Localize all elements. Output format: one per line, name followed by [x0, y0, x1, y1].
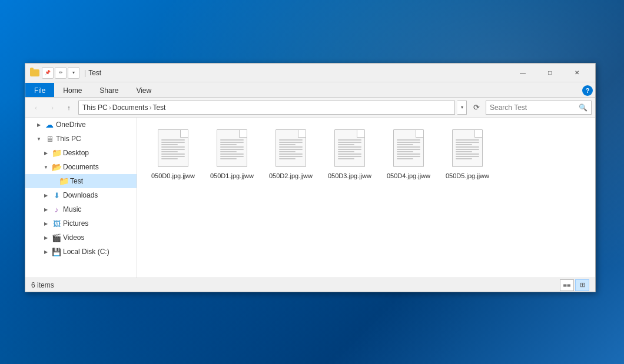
- onedrive-icon: ☁: [45, 120, 54, 129]
- sidebar-label-downloads: Downloads: [63, 191, 98, 199]
- search-box: 🔍: [486, 101, 592, 115]
- breadcrumb-thispc[interactable]: This PC: [82, 103, 108, 112]
- address-bar: ‹ › ↑ This PC › Documents › Test ▾ ⟳ 🔍: [25, 98, 595, 118]
- title-bar: 📌 ✏ ▾ | Test — □ ✕: [25, 64, 595, 82]
- window-controls: — □ ✕: [509, 64, 590, 82]
- minimize-button[interactable]: —: [509, 64, 536, 82]
- downloads-icon: ⬇: [52, 191, 61, 200]
- pictures-icon: 🖼: [52, 219, 61, 228]
- sidebar-item-pictures[interactable]: ▶ 🖼 Pictures: [25, 216, 137, 231]
- tab-home[interactable]: Home: [54, 83, 91, 97]
- doc-lines: [220, 139, 244, 159]
- expand-arrow-music: ▶: [42, 205, 50, 213]
- desktop-icon: 📁: [52, 148, 61, 158]
- quick-access-btn-2[interactable]: ✏: [55, 67, 67, 79]
- sidebar-label-videos: Videos: [63, 233, 84, 242]
- file-item[interactable]: 050D1.jpg.jjww: [205, 123, 258, 183]
- window-icon: [30, 68, 39, 78]
- sidebar-item-test[interactable]: ▶ 📁 Test: [25, 174, 137, 188]
- forward-button[interactable]: ›: [45, 101, 59, 115]
- file-icon: [154, 126, 192, 170]
- document-icon: [334, 129, 365, 167]
- document-icon: [452, 129, 483, 167]
- view-grid-button[interactable]: ⊞: [575, 279, 589, 291]
- file-view: 050D0.jpg.jjww050D1.jpg.jjww050D2.jpg.jj…: [137, 118, 595, 278]
- doc-lines: [456, 139, 479, 159]
- quick-access-toolbar: 📌 ✏ ▾: [42, 67, 79, 79]
- sidebar-item-desktop[interactable]: ▶ 📁 Desktop: [25, 146, 137, 160]
- address-path[interactable]: This PC › Documents › Test: [78, 101, 455, 115]
- expand-arrow-thispc: ▼: [35, 135, 43, 143]
- search-input[interactable]: [490, 103, 579, 112]
- sidebar-item-music[interactable]: ▶ ♪ Music: [25, 202, 137, 216]
- tab-view[interactable]: View: [127, 83, 160, 97]
- file-item[interactable]: 050D5.jpg.jjww: [441, 123, 494, 183]
- expand-arrow-documents: ▼: [42, 163, 50, 171]
- back-button[interactable]: ‹: [29, 101, 43, 115]
- expand-arrow-onedrive: ▶: [35, 121, 43, 129]
- doc-lines: [279, 139, 303, 159]
- document-icon: [276, 129, 306, 167]
- document-icon: [217, 129, 247, 167]
- file-icon: [390, 126, 427, 170]
- sidebar-item-localdisk[interactable]: ▶ 💾 Local Disk (C:): [25, 245, 137, 259]
- close-button[interactable]: ✕: [563, 64, 590, 82]
- document-icon: [158, 129, 188, 167]
- sidebar-label-music: Music: [63, 205, 81, 213]
- file-icon: [449, 126, 486, 170]
- tab-file[interactable]: File: [25, 83, 54, 97]
- up-button[interactable]: ↑: [62, 101, 76, 115]
- quick-access-btn-1[interactable]: 📌: [42, 67, 54, 79]
- videos-icon: 🎬: [52, 233, 61, 242]
- sidebar-item-documents[interactable]: ▼ 📂 Documents: [25, 160, 137, 174]
- file-name: 050D3.jpg.jjww: [328, 172, 371, 180]
- expand-arrow-videos: ▶: [42, 233, 50, 242]
- window-title: Test: [88, 69, 509, 77]
- file-name: 050D0.jpg.jjww: [151, 172, 195, 180]
- file-item[interactable]: 050D4.jpg.jjww: [382, 123, 435, 183]
- search-button[interactable]: 🔍: [579, 103, 588, 112]
- help-button[interactable]: ?: [582, 85, 593, 96]
- expand-arrow-localdisk: ▶: [42, 248, 50, 256]
- status-bar: 6 items ≡≡ ⊞: [25, 278, 595, 292]
- file-name: 050D1.jpg.jjww: [210, 172, 254, 180]
- file-item[interactable]: 050D3.jpg.jjww: [323, 123, 376, 183]
- sidebar-item-downloads[interactable]: ▶ ⬇ Downloads: [25, 188, 137, 202]
- file-explorer-window: 📌 ✏ ▾ | Test — □ ✕ File Home Share View …: [25, 63, 596, 292]
- file-item[interactable]: 050D2.jpg.jjww: [264, 123, 317, 183]
- tab-share[interactable]: Share: [91, 83, 127, 97]
- quick-access-dropdown[interactable]: ▾: [68, 67, 79, 79]
- file-name: 050D5.jpg.jjww: [446, 172, 489, 180]
- breadcrumb-test[interactable]: Test: [152, 103, 165, 112]
- address-dropdown[interactable]: ▾: [457, 101, 467, 115]
- document-icon: [393, 129, 424, 167]
- localdisk-icon: 💾: [52, 247, 61, 256]
- file-name: 050D2.jpg.jjww: [269, 172, 313, 180]
- file-icon: [272, 126, 310, 170]
- title-separator: |: [84, 69, 86, 77]
- expand-arrow-desktop: ▶: [42, 149, 50, 157]
- breadcrumb-sep-1: ›: [109, 103, 111, 112]
- sidebar-label-test: Test: [70, 177, 83, 185]
- view-toggle: ≡≡ ⊞: [560, 279, 589, 291]
- sidebar-item-thispc[interactable]: ▼ 🖥 This PC: [25, 132, 137, 146]
- file-icon: [213, 126, 251, 170]
- sidebar-label-onedrive: OneDrive: [56, 121, 86, 129]
- sidebar-item-videos[interactable]: ▶ 🎬 Videos: [25, 231, 137, 245]
- maximize-button[interactable]: □: [536, 64, 563, 82]
- breadcrumb-documents[interactable]: Documents: [112, 103, 148, 112]
- doc-lines: [338, 139, 361, 159]
- file-icon: [331, 126, 369, 170]
- doc-lines: [397, 139, 420, 159]
- thispc-icon: 🖥: [45, 134, 54, 143]
- expand-arrow-downloads: ▶: [42, 191, 50, 199]
- expand-arrow-pictures: ▶: [42, 219, 50, 228]
- music-icon: ♪: [52, 205, 61, 214]
- sidebar-label-pictures: Pictures: [63, 219, 88, 228]
- item-count: 6 items: [31, 281, 54, 289]
- file-item[interactable]: 050D0.jpg.jjww: [147, 123, 200, 183]
- view-list-button[interactable]: ≡≡: [560, 279, 574, 291]
- refresh-button[interactable]: ⟳: [469, 101, 483, 115]
- sidebar-label-thispc: This PC: [56, 135, 81, 143]
- sidebar-item-onedrive[interactable]: ▶ ☁ OneDrive: [25, 118, 137, 132]
